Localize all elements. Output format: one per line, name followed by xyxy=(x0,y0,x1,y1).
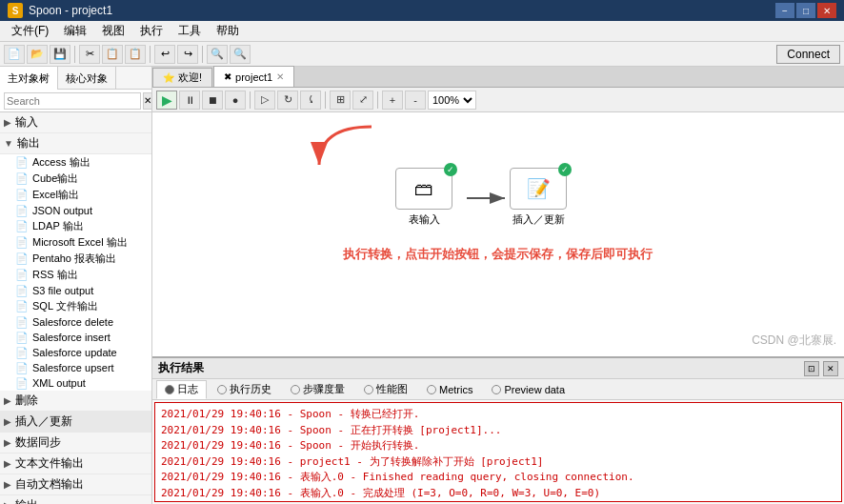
tree-group-textfile-header[interactable]: ▶ 文本文件输出 xyxy=(0,454,151,474)
node-table-input[interactable]: 🗃 ✓ 表输入 xyxy=(395,168,452,227)
log-line-6: 2021/01/29 19:40:16 - 插入／更新.0 - 完成处理 (I=… xyxy=(161,501,835,502)
tree-item-sf-delete[interactable]: 📄 Salesforce delete xyxy=(0,314,151,330)
search-input[interactable] xyxy=(4,92,141,110)
menu-edit[interactable]: 编辑 xyxy=(56,21,94,41)
toolbar-cut[interactable]: ✂ xyxy=(79,45,100,64)
tree-arrow-insert-update: ▶ xyxy=(4,416,11,427)
tree-group-insert-update: ▶ 插入／更新 xyxy=(0,412,151,433)
toolbar-open[interactable]: 📂 xyxy=(27,45,48,64)
tree-item-s3[interactable]: 📄 S3 file output xyxy=(0,283,151,298)
tree-item-rss[interactable]: 📄 RSS 输出 xyxy=(0,267,151,283)
bottom-tab-log[interactable]: 日志 xyxy=(156,380,207,399)
toolbar-redo[interactable]: ↪ xyxy=(177,45,198,64)
watermark: CSDN @北寨展. xyxy=(752,333,836,349)
step-run-button[interactable]: ▷ xyxy=(254,91,275,110)
search-clear-button[interactable]: ✕ xyxy=(143,92,152,110)
tree-item-access[interactable]: 📄 Access 输出 xyxy=(0,154,151,171)
file-icon-s3: 📄 xyxy=(15,284,29,297)
tree-group-delete-header[interactable]: ▶ 删除 xyxy=(0,391,151,412)
tab-project1-close[interactable]: ✕ xyxy=(276,71,284,82)
tree-group-output-header[interactable]: ▼ 输出 xyxy=(0,133,151,154)
pause-button[interactable]: ⏸ xyxy=(179,91,200,110)
node-table-input-check: ✓ xyxy=(444,163,457,176)
tree-item-msexcel[interactable]: 📄 Microsoft Excel 输出 xyxy=(0,234,151,251)
menu-bar: 文件(F) 编辑 视图 执行 工具 帮助 xyxy=(0,21,844,42)
menu-view[interactable]: 视图 xyxy=(94,21,132,41)
file-icon-access: 📄 xyxy=(15,156,29,170)
tab-project1-label: project1 xyxy=(235,71,272,83)
bottom-tab-preview[interactable]: Preview data xyxy=(483,380,573,399)
zoom-in-button[interactable]: + xyxy=(382,91,403,110)
log-line-5: 2021/01/29 19:40:16 - 表输入.0 - 完成处理 (I=3,… xyxy=(161,486,835,502)
snap-button[interactable]: ⤢ xyxy=(352,91,373,110)
canvas-sep3 xyxy=(377,91,378,109)
refresh-button[interactable]: ↻ xyxy=(277,91,298,110)
menu-execute[interactable]: 执行 xyxy=(132,21,171,41)
zoom-select[interactable]: 50% 75% 100% 125% 150% 200% xyxy=(428,91,476,110)
tab-project1-icon: ✖ xyxy=(224,71,231,82)
tab-bar: ⭐ 欢迎! ✖ project1 ✕ xyxy=(152,67,844,88)
toolbar-sep2 xyxy=(150,46,151,63)
tree-group-datasync-label: 数据同步 xyxy=(15,434,61,451)
tree-group-auto-doc-header[interactable]: ▶ 自动文档输出 xyxy=(0,474,151,495)
node-table-input-label: 表输入 xyxy=(409,212,440,227)
tab-welcome[interactable]: ⭐ 欢迎! xyxy=(152,68,212,87)
tree-group-input-header[interactable]: ▶ 输入 xyxy=(0,112,151,133)
tree-item-json[interactable]: 📄 JSON output xyxy=(0,203,151,218)
tree-item-sf-insert[interactable]: 📄 Salesforce insert xyxy=(0,330,151,345)
tree-item-sf-update[interactable]: 📄 Salesforce update xyxy=(0,345,151,360)
toolbar-paste[interactable]: 📋 xyxy=(125,45,146,64)
bottom-tab-history[interactable]: 执行历史 xyxy=(209,380,280,399)
file-icon-sf-insert: 📄 xyxy=(15,331,29,344)
toolbar-new[interactable]: 📄 xyxy=(4,45,25,64)
bottom-tab-metrics[interactable]: 步骤度量 xyxy=(282,380,353,399)
tree-group-textfile-label: 文本文件输出 xyxy=(15,455,84,472)
toolbar-search2[interactable]: 🔍 xyxy=(230,45,251,64)
tree-item-cube[interactable]: 📄 Cube输出 xyxy=(0,171,151,187)
bottom-tab-perf[interactable]: 性能图 xyxy=(355,380,416,399)
bottom-tab-metrics2[interactable]: Metrics xyxy=(418,380,481,399)
stop-button[interactable]: ⏹ xyxy=(202,91,223,110)
bottom-panel-close[interactable]: ✕ xyxy=(823,361,838,376)
maximize-button[interactable]: □ xyxy=(796,3,815,18)
left-panel: 主对象树 核心对象 ✕ ≡ ▶ 输入 ▼ 输出 � xyxy=(0,67,152,504)
tree-item-excel[interactable]: 📄 Excel输出 xyxy=(0,187,151,203)
tree-group-datasync-header[interactable]: ▶ 数据同步 xyxy=(0,433,151,454)
tab-project1[interactable]: ✖ project1 ✕ xyxy=(213,66,294,87)
bottom-tab-perf-radio xyxy=(364,385,373,394)
toolbar-copy[interactable]: 📋 xyxy=(102,45,123,64)
align-button[interactable]: ⊞ xyxy=(330,91,351,110)
tree-item-pentaho[interactable]: 📄 Pentaho 报表输出 xyxy=(0,251,151,267)
menu-tools[interactable]: 工具 xyxy=(171,21,209,41)
canvas-area[interactable]: 🗃 ✓ 表输入 📝 ✓ 插入／更新 xyxy=(152,112,844,356)
close-button[interactable]: ✕ xyxy=(817,3,836,18)
tree-group-output2-header[interactable]: ▶ 输出 xyxy=(0,495,151,504)
menu-help[interactable]: 帮助 xyxy=(209,21,247,41)
tree-item-sf-upsert[interactable]: 📄 Salesforce upsert xyxy=(0,360,151,375)
bottom-tab-preview-label: Preview data xyxy=(504,384,565,395)
minimize-button[interactable]: − xyxy=(775,3,794,18)
toolbar-undo[interactable]: ↩ xyxy=(154,45,175,64)
toolbar-search1[interactable]: 🔍 xyxy=(207,45,228,64)
clear-button[interactable]: ⤹ xyxy=(300,91,321,110)
file-icon-sql: 📄 xyxy=(15,300,29,313)
toolbar-save[interactable]: 💾 xyxy=(50,45,70,64)
bottom-panel-expand[interactable]: ⊡ xyxy=(804,361,819,376)
tab-core-objects[interactable]: 核心对象 xyxy=(58,67,116,90)
canvas-container: 🗃 ✓ 表输入 📝 ✓ 插入／更新 xyxy=(152,112,844,504)
zoom-out-button[interactable]: - xyxy=(405,91,426,110)
node-insert-update-check: ✓ xyxy=(558,163,572,176)
tree-item-sql[interactable]: 📄 SQL 文件输出 xyxy=(0,298,151,314)
tree-group-insert-update-header[interactable]: ▶ 插入／更新 xyxy=(0,412,151,433)
menu-file[interactable]: 文件(F) xyxy=(4,21,56,41)
node-insert-update[interactable]: 📝 ✓ 插入／更新 xyxy=(510,168,567,227)
tab-main-objects[interactable]: 主对象树 xyxy=(0,67,58,90)
run-button[interactable]: ▶ xyxy=(156,91,177,110)
preview-button[interactable]: ● xyxy=(225,91,246,110)
title-bar-text: Spoon - project1 xyxy=(29,4,775,17)
tree-item-xml[interactable]: 📄 XML output xyxy=(0,375,151,391)
log-line-3: 2021/01/29 19:40:16 - project1 - 为了转换解除补… xyxy=(161,454,835,471)
file-icon-sf-update: 📄 xyxy=(15,346,29,359)
tree-item-ldap[interactable]: 📄 LDAP 输出 xyxy=(0,218,151,234)
connect-button[interactable]: Connect xyxy=(776,45,840,64)
